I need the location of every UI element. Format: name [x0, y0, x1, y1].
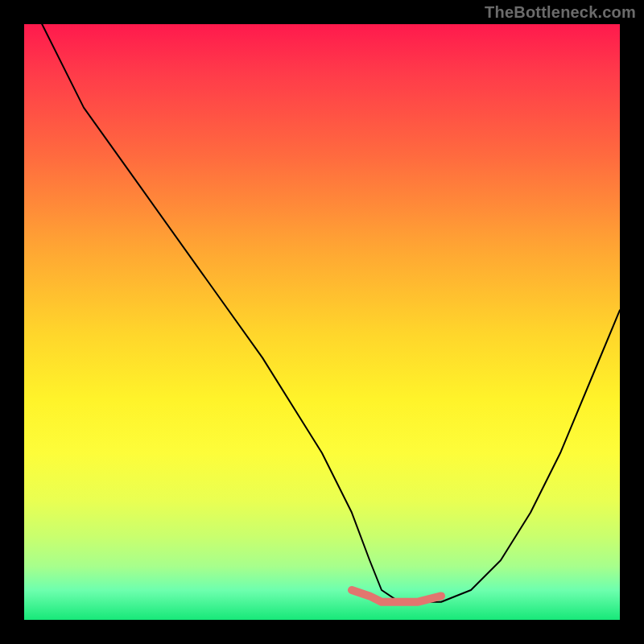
curve-svg	[24, 24, 620, 620]
plot-area	[24, 24, 620, 620]
bottleneck-curve-line	[42, 24, 620, 602]
watermark-text: TheBottleneck.com	[485, 3, 636, 22]
bottom-highlight-stroke	[352, 590, 441, 602]
chart-frame: TheBottleneck.com	[0, 0, 644, 644]
